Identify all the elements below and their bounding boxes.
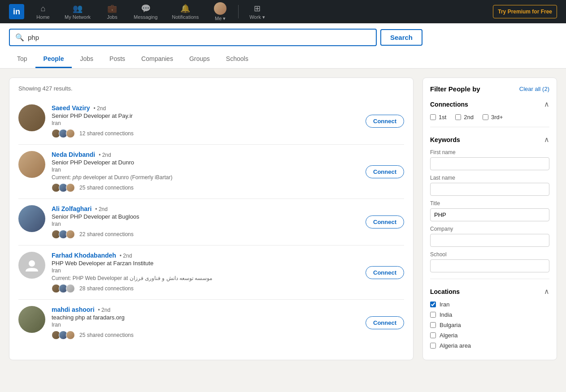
connection-1st[interactable]: 1st — [430, 114, 446, 121]
company-input[interactable] — [430, 234, 549, 247]
connection-2nd-checkbox[interactable] — [455, 114, 461, 120]
location-iran[interactable]: Iran — [430, 301, 549, 308]
results-count: Showing 427 results. — [18, 85, 404, 92]
connect-button[interactable]: Connect — [366, 165, 404, 178]
filter-panel: Filter People by Clear all (2) Connectio… — [422, 78, 557, 360]
tab-top[interactable]: Top — [9, 51, 35, 68]
person-name[interactable]: mahdi ashoori — [52, 306, 95, 313]
results-panel: Showing 427 results. Saeed Vaziry • 2nd … — [9, 78, 414, 360]
clear-all-button[interactable]: Clear all (2) — [519, 86, 549, 92]
keyword-last-name: Last name — [430, 175, 549, 196]
tab-schools[interactable]: Schools — [218, 51, 257, 68]
location-algeria-checkbox[interactable] — [430, 332, 436, 338]
shared-connections: 28 shared connections — [52, 284, 359, 293]
connections-section-title: Connections — [430, 101, 468, 108]
nav-work[interactable]: ⊞ Work ▾ — [243, 0, 271, 24]
location-iran-checkbox[interactable] — [430, 302, 436, 307]
nav-jobs[interactable]: 💼 Jobs — [99, 0, 126, 23]
connection-badge: • 2nd — [94, 105, 106, 112]
person-title: Senior PHP Developer at Bugloos — [52, 213, 359, 220]
person-location: Iran — [52, 167, 359, 173]
person-info: mahdi ashoori • 2nd teaching php at fara… — [52, 306, 359, 340]
connections-options: 1st 2nd 3rd+ — [430, 114, 549, 121]
connect-button[interactable]: Connect — [366, 316, 404, 329]
search-input[interactable] — [28, 34, 370, 41]
nav-me[interactable]: Me ▾ — [207, 0, 234, 25]
search-row: 🔍 Search — [9, 29, 557, 46]
company-label: Company — [430, 226, 549, 232]
connections-collapse-icon[interactable]: ∧ — [544, 100, 549, 108]
location-algeria-area-checkbox[interactable] — [430, 343, 436, 349]
person-card: Ali Zolfaghari • 2nd Senior PHP Develope… — [18, 199, 404, 246]
messaging-icon: 💬 — [141, 4, 151, 13]
tab-jobs[interactable]: Jobs — [72, 51, 101, 68]
person-name[interactable]: Neda Divbandi — [52, 151, 95, 158]
connection-1st-checkbox[interactable] — [430, 114, 436, 120]
person-name[interactable]: Saeed Vaziry — [52, 104, 90, 112]
filter-box: Filter People by Clear all (2) Connectio… — [422, 78, 557, 360]
tab-groups[interactable]: Groups — [181, 51, 218, 68]
person-info: Saeed Vaziry • 2nd Senior PHP Developer … — [52, 104, 359, 138]
avatar — [18, 151, 45, 178]
search-bar-area: 🔍 Search Top People Jobs Posts Companies… — [0, 23, 566, 69]
avatar-placeholder — [18, 252, 45, 279]
person-current: Current: PHP Web Developer at موسسه توسع… — [52, 275, 359, 281]
last-name-input[interactable] — [430, 183, 549, 196]
tab-posts[interactable]: Posts — [101, 51, 133, 68]
shared-connections: 12 shared connections — [52, 129, 359, 138]
shared-count: 25 shared connections — [79, 332, 134, 338]
shared-count: 28 shared connections — [79, 285, 134, 292]
keyword-title: Title — [430, 200, 549, 221]
person-card: mahdi ashoori • 2nd teaching php at fara… — [18, 300, 404, 346]
nav-messaging[interactable]: 💬 Messaging — [127, 0, 164, 23]
person-location: Iran — [52, 322, 359, 328]
connection-2nd[interactable]: 2nd — [455, 114, 474, 121]
person-title: Senior PHP Developer at Pay.ir — [52, 112, 359, 119]
nav-notifications[interactable]: 🔔 Notifications — [165, 0, 205, 23]
person-card: Saeed Vaziry • 2nd Senior PHP Developer … — [18, 98, 404, 145]
nav-home[interactable]: ⌂ Home — [30, 0, 57, 23]
connect-button[interactable]: Connect — [366, 115, 404, 128]
connection-3rd-checkbox[interactable] — [483, 114, 488, 120]
person-card: Farhad Khodabandeh • 2nd PHP Web Develop… — [18, 246, 404, 300]
keywords-section-title: Keywords — [430, 136, 460, 143]
connect-button[interactable]: Connect — [366, 215, 404, 228]
location-algeria-area[interactable]: Algeria area — [430, 342, 549, 349]
connection-badge: • 2nd — [98, 307, 111, 313]
location-bulgaria[interactable]: Bulgaria — [430, 322, 549, 328]
school-input[interactable] — [430, 259, 549, 272]
search-button[interactable]: Search — [380, 29, 422, 46]
keywords-collapse-icon[interactable]: ∧ — [544, 135, 549, 144]
person-name[interactable]: Farhad Khodabandeh — [52, 252, 116, 259]
person-name[interactable]: Ali Zolfaghari — [52, 205, 91, 212]
locations-collapse-icon[interactable]: ∧ — [544, 287, 549, 296]
tabs-row: Top People Jobs Posts Companies Groups S… — [9, 51, 557, 68]
premium-button[interactable]: Try Premium for Free — [493, 5, 557, 19]
tab-companies[interactable]: Companies — [133, 51, 181, 68]
person-info: Ali Zolfaghari • 2nd Senior PHP Develope… — [52, 205, 359, 239]
locations-section-title: Locations — [430, 288, 460, 295]
person-title: teaching php at faradars.org — [52, 314, 359, 321]
title-input[interactable] — [430, 208, 549, 221]
avatar — [18, 306, 45, 333]
location-algeria[interactable]: Algeria — [430, 332, 549, 339]
location-india[interactable]: India — [430, 311, 549, 318]
linkedin-logo[interactable]: in — [9, 4, 24, 19]
navbar: in ⌂ Home 👥 My Network 💼 Jobs 💬 Messagin… — [0, 0, 566, 23]
notifications-icon: 🔔 — [180, 4, 190, 13]
connection-3rd[interactable]: 3rd+ — [483, 114, 503, 121]
shared-connections: 22 shared connections — [52, 230, 359, 239]
person-info: Farhad Khodabandeh • 2nd PHP Web Develop… — [52, 252, 359, 293]
connection-badge: • 2nd — [95, 206, 108, 212]
tab-people[interactable]: People — [35, 51, 72, 68]
location-bulgaria-checkbox[interactable] — [430, 322, 436, 328]
main-content: Showing 427 results. Saeed Vaziry • 2nd … — [0, 69, 566, 369]
first-name-input[interactable] — [430, 157, 549, 170]
shared-count: 25 shared connections — [79, 185, 134, 191]
connect-button[interactable]: Connect — [366, 266, 404, 279]
nav-network[interactable]: 👥 My Network — [58, 0, 97, 23]
shared-count: 12 shared connections — [79, 130, 134, 137]
location-india-checkbox[interactable] — [430, 312, 436, 318]
filter-title: Filter People by — [430, 85, 480, 93]
connection-badge: • 2nd — [120, 253, 132, 259]
